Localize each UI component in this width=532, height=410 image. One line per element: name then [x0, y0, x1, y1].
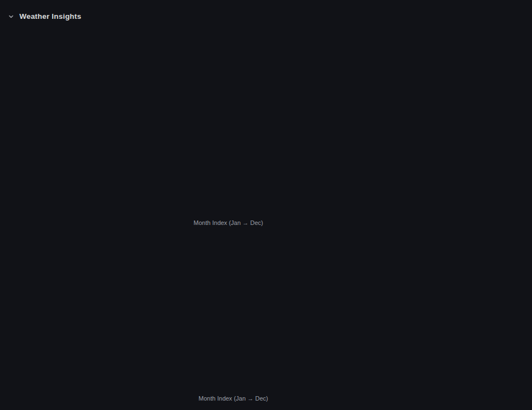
x-axis-label: Month Index (Jan → Dec)	[198, 395, 268, 402]
x-axis-label: Month Index (Jan → Dec)	[193, 219, 263, 226]
panel-header[interactable]: Weather Insights	[8, 12, 81, 20]
precipitation-area-chart[interactable]: Month Index (Jan → Dec)	[0, 235, 532, 410]
weather-multi-line-chart[interactable]: Month Index (Jan → Dec)	[0, 25, 532, 233]
chevron-down-icon[interactable]	[8, 13, 14, 20]
dashboard: Weather Insights Month Index (Jan → Dec)	[0, 0, 532, 410]
panel-title[interactable]: Weather Insights	[19, 12, 81, 20]
